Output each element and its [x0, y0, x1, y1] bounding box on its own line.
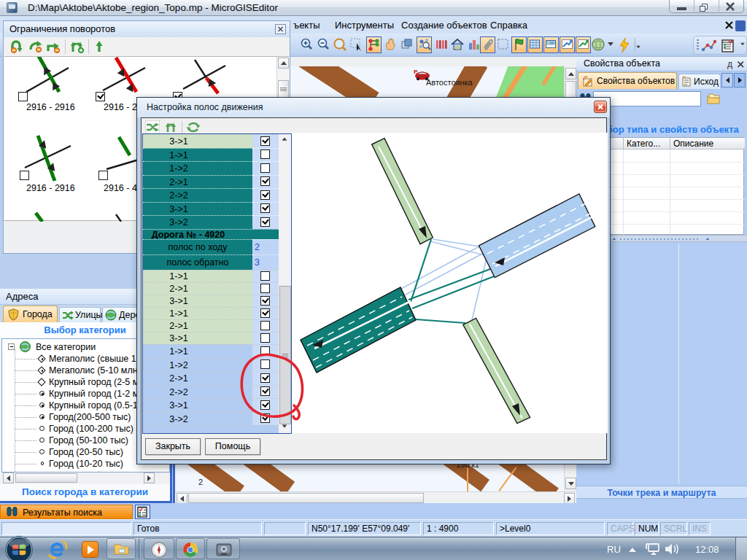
- svg-text:P: P: [414, 69, 418, 75]
